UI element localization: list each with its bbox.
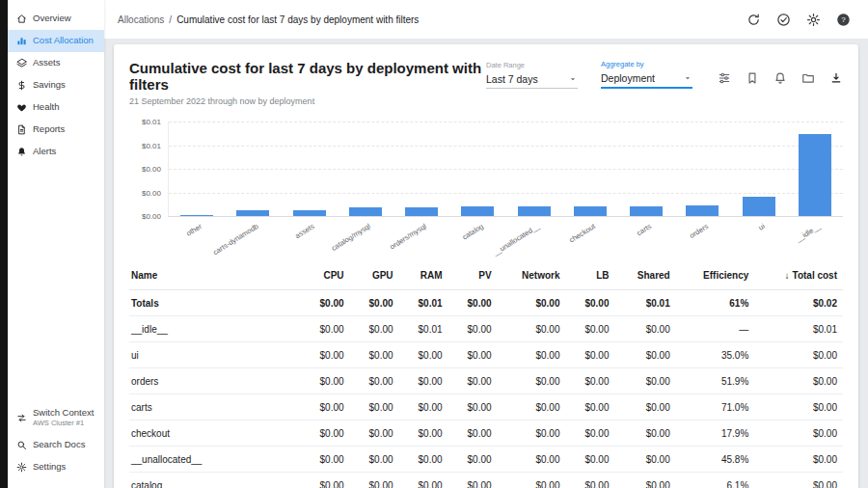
sidebar-item-reports[interactable]: Reports [8,119,104,141]
refresh-button[interactable] [746,13,761,27]
column-header-pv[interactable]: PV [448,261,498,290]
x-tick-label: carts [636,222,654,237]
cell-shared: $0.00 [614,473,675,488]
bar-catalog-mysql[interactable] [349,207,382,216]
bar-slot [618,122,674,216]
x-tick: checkout [561,217,617,252]
bar-checkout[interactable] [574,206,607,216]
notifications-button[interactable] [773,71,787,85]
cell-cpu: $0.00 [301,290,350,316]
cell-pv: $0.00 [448,316,498,342]
date-range-value: Last 7 days [486,73,538,85]
x-tick: ui [730,217,786,252]
sidebar-item-overview[interactable]: Overview [8,8,104,30]
help-button[interactable]: ? [836,13,851,27]
bookmark-button[interactable] [746,71,759,85]
cell-network: $0.00 [498,420,566,447]
column-header-efficiency[interactable]: Efficiency [676,261,755,290]
sidebar-item-assets[interactable]: Assets [8,52,104,74]
sidebar-item-labels: Switch ContextAWS Cluster #1 [33,408,94,428]
sidebar-item-label: Overview [33,14,71,24]
table-row-ui[interactable]: ui$0.00$0.00$0.00$0.00$0.00$0.00$0.0035.… [129,342,843,368]
table-row-unallocated[interactable]: __unallocated__$0.00$0.00$0.00$0.00$0.00… [129,447,843,473]
table-row-orders[interactable]: orders$0.00$0.00$0.00$0.00$0.00$0.00$0.0… [129,368,843,394]
sidebar-item-health[interactable]: Health [8,96,104,119]
sidebar-item-search-docs[interactable]: Search Docs [8,434,104,456]
aggregate-select[interactable]: Deployment [601,71,692,89]
breadcrumb-separator: / [169,14,172,25]
table-body: Totals$0.00$0.00$0.01$0.00$0.00$0.00$0.0… [129,290,843,488]
x-tick-label: __idle__ [795,222,823,244]
x-tick-label: orders/mysql [389,222,428,251]
report-controls: Date Range Last 7 days Aggregate by Depl… [486,60,843,89]
cell-gpu: $0.00 [350,394,399,420]
cell-total-cost: $0.00 [754,447,843,473]
column-header-total-cost[interactable]: ↓Total cost [754,261,843,290]
bar-orders[interactable] [686,205,719,216]
sidebar-item-label: Savings [33,80,66,91]
column-header-shared[interactable]: Shared [614,261,675,290]
x-tick: assets [281,217,337,252]
page-title: Cumulative cost for last 7 days by deplo… [129,60,486,93]
y-tick-label: $0.01 [142,118,161,126]
sidebar-item-settings[interactable]: Settings [8,456,104,478]
x-tick: carts [618,217,674,252]
sidebar-item-alerts[interactable]: Alerts [8,141,104,163]
gear-button[interactable] [806,13,821,27]
folder-button[interactable] [801,71,815,85]
cell-total-cost: $0.01 [754,316,843,342]
cell-lb: $0.00 [565,473,614,488]
cell-ram: $0.00 [399,368,448,394]
row-name-cell: checkout [129,420,301,447]
cell-gpu: $0.00 [350,368,399,394]
chart-bars [169,122,843,216]
bar-carts-dynamodb[interactable] [236,210,269,216]
download-button[interactable] [829,71,843,85]
bar-other[interactable] [180,215,213,216]
sidebar-item-sublabel: AWS Cluster #1 [33,420,94,428]
date-range-select[interactable]: Last 7 days [486,72,578,89]
table-row-carts[interactable]: carts$0.00$0.00$0.00$0.00$0.00$0.00$0.00… [129,394,843,420]
sidebar-item-label: Switch Context [33,408,94,419]
bar-assets[interactable] [293,210,326,216]
x-tick-label: catalog/mysql [330,222,372,253]
bar-carts[interactable] [630,206,663,216]
breadcrumb-link-allocations[interactable]: Allocations [118,14,164,25]
bookmark-icon [746,71,759,85]
sidebar-item-label: Alerts [33,147,56,157]
table-row-catalog[interactable]: catalog$0.00$0.00$0.00$0.00$0.00$0.00$0.… [129,473,843,488]
bar-unallocated[interactable] [518,206,551,216]
cell-gpu: $0.00 [350,447,399,473]
cell-ram: $0.01 [399,316,448,342]
column-header-network[interactable]: Network [498,261,566,290]
column-header-gpu[interactable]: GPU [350,261,399,290]
row-name-cell: __unallocated__ [129,447,301,473]
check-circle-button[interactable] [776,13,791,27]
bar-catalog[interactable] [461,206,494,216]
sidebar-item-cost-allocation[interactable]: Cost Allocation [8,30,104,52]
sidebar-item-savings[interactable]: Savings [8,74,104,96]
bar-orders-mysql[interactable] [405,207,438,216]
cell-cpu: $0.00 [301,473,350,488]
cell-ram: $0.00 [399,342,448,368]
cell-cpu: $0.00 [301,394,350,420]
x-tick: __idle__ [787,217,843,252]
x-tick-label: assets [293,222,315,240]
bar-idle[interactable] [799,134,831,216]
table-row-totals[interactable]: Totals$0.00$0.00$0.01$0.00$0.00$0.00$0.0… [129,290,843,316]
chevron-down-icon [568,74,578,84]
column-header-cpu[interactable]: CPU [301,261,350,290]
sidebar-item-switch-context[interactable]: Switch ContextAWS Cluster #1 [8,402,104,434]
cell-shared: $0.00 [614,447,675,473]
column-header-ram[interactable]: RAM [399,261,448,290]
bar-ui[interactable] [743,197,775,216]
x-tick-label: catalog [460,222,484,241]
table-row-checkout[interactable]: checkout$0.00$0.00$0.00$0.00$0.00$0.00$0… [129,420,843,447]
cell-lb: $0.00 [565,420,614,447]
filters-button[interactable] [718,71,731,85]
column-header-name[interactable]: Name [129,261,301,290]
column-header-lb[interactable]: LB [565,261,614,290]
table-row-idle[interactable]: __idle__$0.00$0.00$0.01$0.00$0.00$0.00$0… [129,316,843,342]
sidebar-bottom: Switch ContextAWS Cluster #1Search DocsS… [8,402,104,478]
cost-bar-chart: $0.01$0.01$0.00$0.00$0.00 othercarts-dyn… [129,122,843,252]
